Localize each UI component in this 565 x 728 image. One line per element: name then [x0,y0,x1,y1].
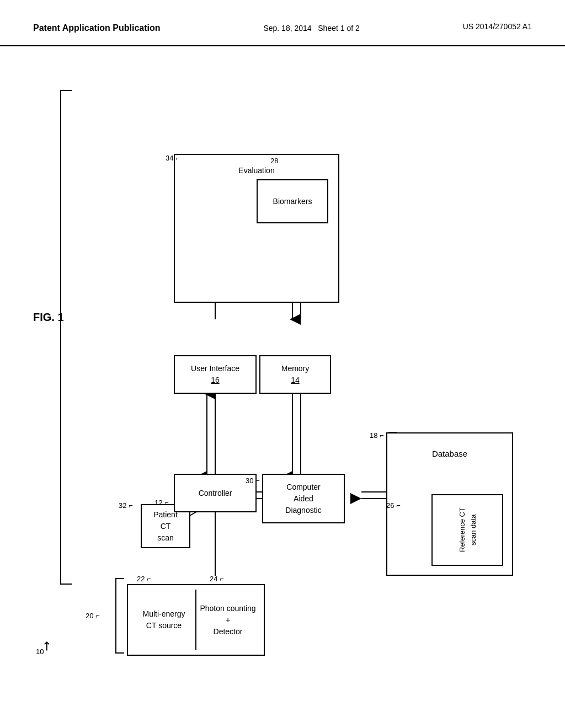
label-28: 28 [270,157,278,165]
controller-box: Controller [174,474,257,512]
multi-energy-ct-source: Multi-energy CT source [132,590,196,650]
user-interface-box: User Interface 16 [174,355,257,394]
database-label: Database [432,448,467,461]
label-32: 32 ⌐ [119,501,133,510]
ref-ct-box: Reference CT scan data [431,494,503,566]
header-sheet: Sheet 1 of 2 [318,24,360,33]
label-24: 24 ⌐ [210,575,224,583]
publication-label: Patent Application Publication [33,23,161,33]
biomarkers-box: Biomarkers [257,179,328,223]
header: Patent Application Publication Sep. 18, … [0,0,565,46]
label-12: 12 ⌐ [154,499,169,507]
header-date: Sep. 18, 2014 [263,24,311,33]
fig-label: FIG. 1 [33,311,64,324]
evaluation-biomarkers-box: Evaluation Biomarkers [174,154,339,303]
label-20: 20 ⌐ [86,612,100,620]
label-34: 34 ⌐ [166,154,180,162]
page: Patent Application Publication Sep. 18, … [0,0,565,728]
header-center: Sep. 18, 2014 Sheet 1 of 2 [263,22,359,34]
diagram-area: FIG. 1 10 ↗ Multi-energy CT source Photo… [0,46,565,697]
bottom-scanner-box: Multi-energy CT source Photon counting +… [127,584,265,656]
photon-counting-detector: Photon counting + Detector [196,590,259,650]
header-right: US 2014/270052 A1 [463,22,532,31]
evaluation-label: Evaluation [185,165,328,176]
database-box: Database Reference CT scan data [386,432,513,576]
label-30: 30 ⌐ [246,477,260,485]
header-left: Patent Application Publication [33,22,161,34]
label-26: 26 ⌐ [386,501,401,510]
label-22: 22 ⌐ [137,575,151,583]
memory-box: Memory 14 [259,355,331,394]
patent-number: US 2014/270052 A1 [463,22,532,31]
label-18: 18 ⌐ [370,431,384,440]
cad-box: Computer Aided Diagnostic [262,474,345,523]
